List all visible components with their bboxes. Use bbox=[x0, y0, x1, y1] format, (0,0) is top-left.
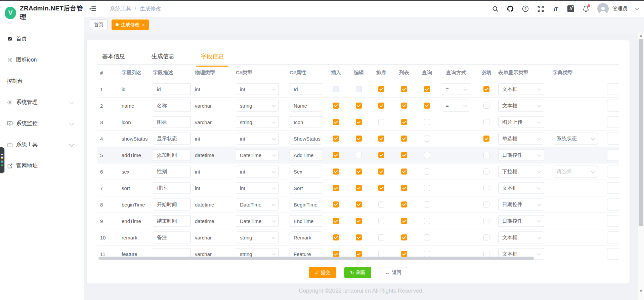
sort-checkbox[interactable] bbox=[378, 185, 384, 191]
dict-type-select[interactable]: 系统状态 bbox=[553, 133, 598, 145]
description-input[interactable]: 添加时间 bbox=[153, 149, 191, 161]
list-checkbox[interactable] bbox=[401, 218, 407, 224]
display-type-select[interactable]: 日期控件 bbox=[498, 149, 544, 161]
cs-type-select[interactable]: string bbox=[236, 116, 279, 128]
edit-checkbox[interactable] bbox=[356, 103, 362, 109]
sort-checkbox[interactable] bbox=[378, 86, 384, 92]
refresh-button[interactable]: ↻刷新 bbox=[344, 267, 371, 278]
list-checkbox[interactable] bbox=[401, 185, 407, 191]
cs-type-select[interactable]: int bbox=[236, 83, 279, 95]
display-type-select[interactable]: 文本框 bbox=[498, 232, 544, 243]
help-icon[interactable]: ? bbox=[522, 5, 529, 12]
required-checkbox[interactable] bbox=[483, 86, 489, 92]
cs-property-input[interactable]: AddTime bbox=[290, 149, 322, 161]
tab-0[interactable]: 基本信息 bbox=[97, 52, 130, 66]
sidebar-item-5[interactable]: 系统工具 bbox=[0, 134, 84, 155]
required-checkbox[interactable] bbox=[483, 234, 489, 240]
required-checkbox[interactable] bbox=[483, 185, 489, 191]
cs-property-input[interactable]: BeginTime bbox=[290, 199, 322, 211]
query-mode-select[interactable]: = bbox=[442, 83, 470, 95]
display-type-select[interactable]: 单选框 bbox=[498, 133, 544, 145]
query-checkbox[interactable] bbox=[424, 218, 430, 224]
description-input[interactable]: 开始时间 bbox=[153, 199, 191, 211]
query-checkbox[interactable] bbox=[424, 185, 430, 191]
close-icon[interactable]: × bbox=[142, 23, 145, 27]
sidebar-item-4[interactable]: 系统监控 bbox=[0, 113, 84, 134]
clipped-input[interactable] bbox=[607, 232, 619, 243]
sort-checkbox[interactable] bbox=[378, 251, 384, 257]
tag-1[interactable]: 生成修改× bbox=[112, 20, 149, 30]
clipped-input[interactable] bbox=[607, 248, 619, 260]
display-type-select[interactable]: 文本框 bbox=[498, 100, 544, 112]
display-type-select[interactable]: 日期控件 bbox=[498, 199, 544, 211]
list-checkbox[interactable] bbox=[401, 251, 407, 257]
description-input[interactable]: 备注 bbox=[153, 232, 191, 243]
sort-checkbox[interactable] bbox=[378, 119, 384, 125]
sort-checkbox[interactable] bbox=[378, 152, 384, 158]
description-input[interactable]: 结束时间 bbox=[153, 215, 191, 227]
query-mode-select[interactable]: = bbox=[442, 100, 470, 112]
display-type-select[interactable]: 日期控件 bbox=[498, 215, 544, 227]
sort-checkbox[interactable] bbox=[378, 136, 384, 142]
cs-type-select[interactable]: DateTime bbox=[236, 199, 279, 211]
vertical-scrollbar[interactable] bbox=[638, 33, 644, 300]
required-checkbox[interactable] bbox=[483, 251, 489, 257]
submit-button[interactable]: ✓提交 bbox=[309, 267, 336, 278]
insert-checkbox[interactable] bbox=[333, 251, 339, 257]
clipped-input[interactable] bbox=[607, 215, 619, 227]
cs-property-input[interactable]: Id bbox=[290, 83, 322, 95]
sidebar-fold-icon[interactable] bbox=[88, 4, 97, 13]
display-type-select[interactable]: 文本框 bbox=[498, 83, 544, 95]
search-icon[interactable] bbox=[491, 5, 499, 12]
edit-checkbox[interactable] bbox=[356, 234, 362, 240]
list-checkbox[interactable] bbox=[401, 103, 407, 109]
cs-type-select[interactable]: string bbox=[236, 100, 279, 112]
sort-checkbox[interactable] bbox=[378, 103, 384, 109]
sidebar-item-1[interactable]: 图标icon bbox=[0, 49, 84, 71]
insert-checkbox[interactable] bbox=[333, 152, 339, 158]
required-checkbox[interactable] bbox=[483, 201, 489, 208]
insert-checkbox[interactable] bbox=[333, 185, 339, 191]
translate-icon[interactable]: A bbox=[567, 5, 574, 12]
insert-checkbox[interactable] bbox=[333, 168, 339, 175]
query-checkbox[interactable] bbox=[424, 103, 430, 109]
description-input[interactable]: 性别 bbox=[153, 166, 191, 178]
required-checkbox[interactable] bbox=[483, 152, 489, 158]
avatar[interactable] bbox=[597, 3, 609, 14]
query-checkbox[interactable] bbox=[424, 234, 430, 240]
query-checkbox[interactable] bbox=[424, 152, 430, 158]
username[interactable]: 管理员 bbox=[612, 6, 628, 12]
description-input[interactable]: 图标 bbox=[153, 116, 191, 128]
cs-type-select[interactable]: DateTime bbox=[236, 215, 279, 227]
cs-type-select[interactable]: int bbox=[236, 133, 279, 145]
sidebar-item-6[interactable]: 官网地址 bbox=[0, 155, 84, 177]
edit-checkbox[interactable] bbox=[356, 251, 362, 257]
display-type-select[interactable]: 文本框 bbox=[498, 182, 544, 194]
required-checkbox[interactable] bbox=[483, 119, 489, 125]
fullscreen-icon[interactable] bbox=[537, 5, 544, 12]
cs-type-select[interactable]: string bbox=[236, 232, 279, 243]
sidebar-item-0[interactable]: 首页 bbox=[0, 28, 84, 49]
list-checkbox[interactable] bbox=[401, 136, 407, 142]
cs-property-input[interactable]: Remark bbox=[290, 232, 322, 243]
insert-checkbox[interactable] bbox=[333, 119, 339, 125]
edit-checkbox[interactable] bbox=[356, 185, 362, 191]
font-size-icon[interactable]: tT bbox=[552, 5, 559, 12]
edit-checkbox[interactable] bbox=[356, 136, 362, 142]
dict-type-select[interactable]: 请选择 bbox=[553, 166, 598, 178]
insert-checkbox[interactable] bbox=[333, 201, 339, 208]
cs-property-input[interactable]: Sex bbox=[290, 166, 322, 178]
list-checkbox[interactable] bbox=[401, 119, 407, 125]
edit-checkbox[interactable] bbox=[356, 119, 362, 125]
query-checkbox[interactable] bbox=[424, 136, 430, 142]
horizontal-scrollbar-thumb[interactable] bbox=[98, 257, 534, 260]
clipped-input[interactable] bbox=[607, 83, 619, 95]
breadcrumb-item[interactable]: 系统工具 bbox=[110, 5, 131, 12]
description-input[interactable]: id bbox=[153, 83, 191, 95]
list-checkbox[interactable] bbox=[401, 234, 407, 240]
github-icon[interactable] bbox=[507, 5, 514, 12]
insert-checkbox[interactable] bbox=[333, 234, 339, 240]
required-checkbox[interactable] bbox=[483, 168, 489, 175]
query-checkbox[interactable] bbox=[424, 168, 430, 175]
chevron-down-icon[interactable] bbox=[635, 5, 639, 10]
